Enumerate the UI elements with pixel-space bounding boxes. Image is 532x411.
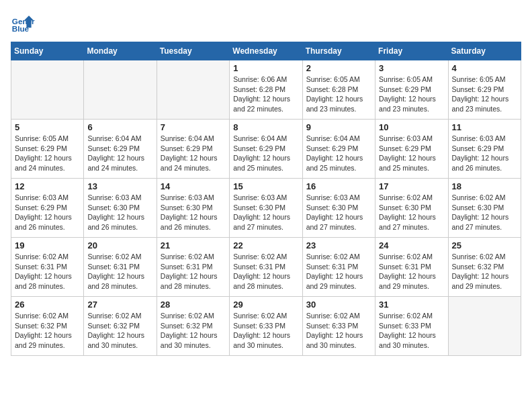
day-info: Sunrise: 6:02 AM Sunset: 6:31 PM Dayligh… — [233, 252, 298, 291]
calendar-cell: 26Sunrise: 6:02 AM Sunset: 6:32 PM Dayli… — [11, 297, 84, 356]
day-number: 27 — [87, 300, 152, 310]
day-number: 5 — [15, 122, 80, 132]
day-info: Sunrise: 6:02 AM Sunset: 6:32 PM Dayligh… — [87, 311, 152, 351]
calendar-cell: 3Sunrise: 6:05 AM Sunset: 6:29 PM Daylig… — [375, 60, 448, 120]
calendar-cell: 7Sunrise: 6:04 AM Sunset: 6:29 PM Daylig… — [157, 120, 229, 179]
day-number: 15 — [233, 181, 298, 191]
day-number: 10 — [379, 122, 444, 132]
logo-icon: General Blue — [11, 11, 35, 35]
week-row-5: 26Sunrise: 6:02 AM Sunset: 6:32 PM Dayli… — [11, 297, 521, 356]
calendar-cell: 25Sunrise: 6:02 AM Sunset: 6:32 PM Dayli… — [448, 238, 521, 297]
day-info: Sunrise: 6:02 AM Sunset: 6:31 PM Dayligh… — [161, 252, 226, 291]
calendar-cell: 17Sunrise: 6:02 AM Sunset: 6:30 PM Dayli… — [375, 179, 448, 238]
day-number: 8 — [233, 122, 298, 132]
day-number: 20 — [87, 240, 152, 250]
calendar-cell: 24Sunrise: 6:02 AM Sunset: 6:31 PM Dayli… — [375, 238, 448, 297]
calendar-cell — [157, 60, 229, 120]
day-number: 2 — [306, 63, 371, 73]
day-info: Sunrise: 6:03 AM Sunset: 6:30 PM Dayligh… — [87, 193, 152, 232]
weekday-header-sunday: Sunday — [11, 42, 84, 60]
calendar-cell: 31Sunrise: 6:02 AM Sunset: 6:33 PM Dayli… — [375, 297, 448, 356]
weekday-header-monday: Monday — [84, 42, 157, 60]
day-info: Sunrise: 6:05 AM Sunset: 6:29 PM Dayligh… — [15, 134, 80, 173]
day-info: Sunrise: 6:02 AM Sunset: 6:31 PM Dayligh… — [15, 252, 80, 291]
day-number: 23 — [306, 240, 371, 250]
day-number: 7 — [161, 122, 226, 132]
calendar-cell: 14Sunrise: 6:03 AM Sunset: 6:30 PM Dayli… — [157, 179, 229, 238]
calendar-cell: 8Sunrise: 6:04 AM Sunset: 6:29 PM Daylig… — [230, 120, 302, 179]
calendar-cell — [84, 60, 157, 120]
calendar-cell: 9Sunrise: 6:04 AM Sunset: 6:29 PM Daylig… — [302, 120, 375, 179]
calendar-cell: 22Sunrise: 6:02 AM Sunset: 6:31 PM Dayli… — [230, 238, 302, 297]
day-number: 24 — [379, 240, 444, 250]
day-number: 31 — [379, 300, 444, 310]
week-row-2: 5Sunrise: 6:05 AM Sunset: 6:29 PM Daylig… — [11, 120, 521, 179]
day-number: 30 — [306, 300, 371, 310]
weekday-header-wednesday: Wednesday — [230, 42, 302, 60]
calendar-cell: 16Sunrise: 6:03 AM Sunset: 6:30 PM Dayli… — [302, 179, 375, 238]
day-number: 11 — [452, 122, 517, 132]
week-row-4: 19Sunrise: 6:02 AM Sunset: 6:31 PM Dayli… — [11, 238, 521, 297]
calendar-cell: 5Sunrise: 6:05 AM Sunset: 6:29 PM Daylig… — [11, 120, 84, 179]
day-info: Sunrise: 6:05 AM Sunset: 6:28 PM Dayligh… — [306, 75, 371, 114]
calendar-cell: 23Sunrise: 6:02 AM Sunset: 6:31 PM Dayli… — [302, 238, 375, 297]
day-info: Sunrise: 6:02 AM Sunset: 6:31 PM Dayligh… — [306, 252, 371, 291]
day-number: 6 — [87, 122, 152, 132]
day-number: 12 — [15, 181, 80, 191]
calendar-cell: 10Sunrise: 6:03 AM Sunset: 6:29 PM Dayli… — [375, 120, 448, 179]
day-info: Sunrise: 6:04 AM Sunset: 6:29 PM Dayligh… — [306, 134, 371, 173]
day-info: Sunrise: 6:02 AM Sunset: 6:32 PM Dayligh… — [161, 311, 226, 351]
weekday-header-thursday: Thursday — [302, 42, 375, 60]
calendar-cell: 15Sunrise: 6:03 AM Sunset: 6:30 PM Dayli… — [230, 179, 302, 238]
day-info: Sunrise: 6:03 AM Sunset: 6:30 PM Dayligh… — [233, 193, 298, 232]
calendar-cell — [448, 297, 521, 356]
calendar-cell: 28Sunrise: 6:02 AM Sunset: 6:32 PM Dayli… — [157, 297, 229, 356]
calendar-cell: 6Sunrise: 6:04 AM Sunset: 6:29 PM Daylig… — [84, 120, 157, 179]
calendar-cell: 2Sunrise: 6:05 AM Sunset: 6:28 PM Daylig… — [302, 60, 375, 120]
day-info: Sunrise: 6:02 AM Sunset: 6:31 PM Dayligh… — [379, 252, 444, 291]
day-info: Sunrise: 6:02 AM Sunset: 6:33 PM Dayligh… — [233, 311, 298, 351]
day-number: 16 — [306, 181, 371, 191]
day-number: 25 — [452, 240, 517, 250]
calendar-cell: 1Sunrise: 6:06 AM Sunset: 6:28 PM Daylig… — [230, 60, 302, 120]
calendar-cell — [11, 60, 84, 120]
calendar-cell: 18Sunrise: 6:02 AM Sunset: 6:30 PM Dayli… — [448, 179, 521, 238]
calendar-cell: 19Sunrise: 6:02 AM Sunset: 6:31 PM Dayli… — [11, 238, 84, 297]
day-info: Sunrise: 6:05 AM Sunset: 6:29 PM Dayligh… — [452, 75, 517, 114]
calendar-cell: 11Sunrise: 6:03 AM Sunset: 6:29 PM Dayli… — [448, 120, 521, 179]
calendar-cell: 20Sunrise: 6:02 AM Sunset: 6:31 PM Dayli… — [84, 238, 157, 297]
day-number: 29 — [233, 300, 298, 310]
weekday-header-row: SundayMondayTuesdayWednesdayThursdayFrid… — [11, 42, 521, 60]
week-row-3: 12Sunrise: 6:03 AM Sunset: 6:29 PM Dayli… — [11, 179, 521, 238]
day-number: 4 — [452, 63, 517, 73]
day-info: Sunrise: 6:02 AM Sunset: 6:32 PM Dayligh… — [15, 311, 80, 351]
weekday-header-friday: Friday — [375, 42, 448, 60]
day-info: Sunrise: 6:02 AM Sunset: 6:31 PM Dayligh… — [87, 252, 152, 291]
day-info: Sunrise: 6:03 AM Sunset: 6:29 PM Dayligh… — [15, 193, 80, 232]
calendar-cell: 27Sunrise: 6:02 AM Sunset: 6:32 PM Dayli… — [84, 297, 157, 356]
day-info: Sunrise: 6:03 AM Sunset: 6:29 PM Dayligh… — [379, 134, 444, 173]
day-info: Sunrise: 6:03 AM Sunset: 6:29 PM Dayligh… — [452, 134, 517, 173]
day-number: 3 — [379, 63, 444, 73]
calendar-cell: 12Sunrise: 6:03 AM Sunset: 6:29 PM Dayli… — [11, 179, 84, 238]
day-info: Sunrise: 6:05 AM Sunset: 6:29 PM Dayligh… — [379, 75, 444, 114]
day-number: 9 — [306, 122, 371, 132]
weekday-header-tuesday: Tuesday — [157, 42, 229, 60]
day-info: Sunrise: 6:04 AM Sunset: 6:29 PM Dayligh… — [233, 134, 298, 173]
weekday-header-saturday: Saturday — [448, 42, 521, 60]
day-number: 26 — [15, 300, 80, 310]
day-info: Sunrise: 6:02 AM Sunset: 6:33 PM Dayligh… — [306, 311, 371, 351]
day-info: Sunrise: 6:03 AM Sunset: 6:30 PM Dayligh… — [306, 193, 371, 232]
logo: General Blue — [11, 11, 35, 35]
day-number: 1 — [233, 63, 298, 73]
day-info: Sunrise: 6:02 AM Sunset: 6:32 PM Dayligh… — [452, 252, 517, 291]
week-row-1: 1Sunrise: 6:06 AM Sunset: 6:28 PM Daylig… — [11, 60, 521, 120]
calendar-table: SundayMondayTuesdayWednesdayThursdayFrid… — [11, 42, 521, 356]
day-number: 21 — [161, 240, 226, 250]
day-number: 17 — [379, 181, 444, 191]
day-number: 28 — [161, 300, 226, 310]
day-info: Sunrise: 6:02 AM Sunset: 6:30 PM Dayligh… — [379, 193, 444, 232]
page-header: General Blue — [11, 11, 521, 35]
day-number: 13 — [87, 181, 152, 191]
day-number: 19 — [15, 240, 80, 250]
